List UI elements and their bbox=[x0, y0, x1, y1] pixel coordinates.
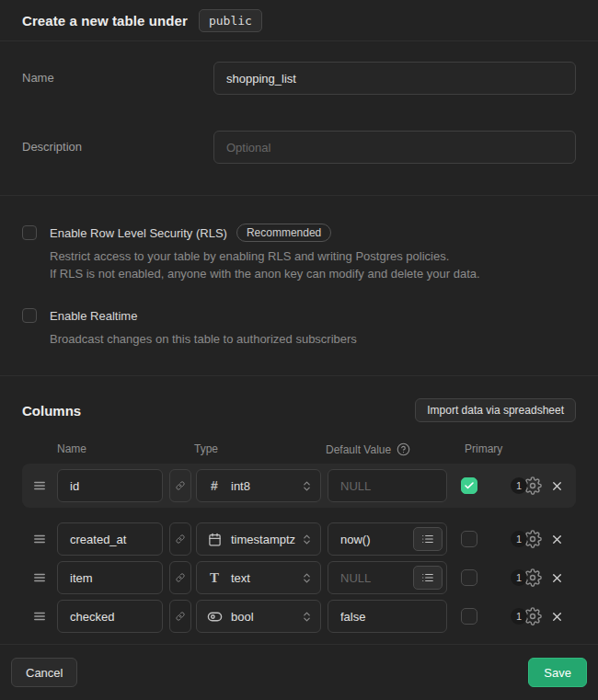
column-row-item: T text 1 bbox=[22, 561, 576, 594]
settings-count-badge: 1 bbox=[511, 608, 527, 625]
columns-rows: # int8 1 bbox=[22, 464, 576, 633]
column-name-input[interactable] bbox=[57, 522, 163, 556]
name-label: Name bbox=[22, 62, 213, 85]
default-value-suggestions-button[interactable] bbox=[413, 566, 443, 590]
header-type: Type bbox=[194, 442, 218, 455]
check-icon bbox=[464, 480, 475, 491]
realtime-texts: Enable Realtime Broadcast changes on thi… bbox=[50, 306, 357, 348]
help-circle-icon[interactable] bbox=[397, 442, 410, 456]
header-primary: Primary bbox=[465, 442, 502, 455]
foreign-key-link-icon[interactable] bbox=[169, 469, 191, 502]
header-name: Name bbox=[57, 442, 86, 455]
cancel-button[interactable]: Cancel bbox=[11, 658, 77, 687]
columns-table-headers: Name Type Default Value Primary bbox=[22, 442, 576, 455]
columns-title: Columns bbox=[22, 403, 81, 419]
primary-key-checkbox[interactable] bbox=[461, 569, 477, 586]
header-default-value: Default Value bbox=[326, 443, 391, 456]
chevrons-up-down-icon bbox=[301, 480, 313, 492]
name-field-wrap bbox=[213, 62, 576, 95]
realtime-description: Broadcast changes on this table to autho… bbox=[50, 330, 357, 348]
column-type-select[interactable]: bool bbox=[196, 600, 321, 633]
column-type-select[interactable]: T text bbox=[196, 561, 321, 594]
primary-key-checkbox[interactable] bbox=[461, 608, 477, 625]
chevrons-up-down-icon bbox=[301, 534, 313, 545]
rls-texts: Enable Row Level Security (RLS) Recommen… bbox=[50, 224, 480, 282]
column-row-checked: bool 1 bbox=[22, 600, 576, 633]
import-spreadsheet-button[interactable]: Import data via spreadsheet bbox=[415, 398, 576, 422]
drag-handle-icon[interactable] bbox=[33, 533, 46, 545]
realtime-block: Enable Realtime Broadcast changes on thi… bbox=[22, 306, 576, 348]
column-settings-button[interactable]: 1 bbox=[511, 568, 542, 587]
column-row-id: # int8 1 bbox=[22, 464, 576, 508]
close-icon bbox=[550, 479, 564, 493]
column-type-select[interactable]: timestamptz bbox=[196, 522, 321, 556]
close-icon bbox=[550, 571, 564, 585]
column-name-input[interactable] bbox=[57, 469, 163, 502]
hash-icon: # bbox=[206, 478, 223, 493]
calendar-icon bbox=[206, 533, 223, 546]
recommended-badge: Recommended bbox=[236, 224, 331, 242]
chevrons-up-down-icon bbox=[301, 611, 313, 623]
create-table-dialog: Create a new table under public Name Des… bbox=[0, 0, 598, 700]
foreign-key-link-icon[interactable] bbox=[169, 522, 191, 556]
column-default-input[interactable] bbox=[328, 469, 447, 502]
column-name-input[interactable] bbox=[57, 600, 163, 633]
foreign-key-link-icon[interactable] bbox=[169, 561, 191, 594]
column-settings-button[interactable]: 1 bbox=[511, 530, 542, 548]
settings-count-badge: 1 bbox=[511, 569, 527, 586]
foreign-key-link-icon[interactable] bbox=[169, 600, 191, 633]
dialog-title: Create a new table under bbox=[22, 13, 188, 29]
table-info-section: Name Description bbox=[0, 41, 598, 196]
default-value-suggestions-button[interactable] bbox=[413, 527, 443, 551]
settings-count-badge: 1 bbox=[511, 531, 527, 547]
description-field-row: Description bbox=[22, 131, 576, 164]
table-name-input[interactable] bbox=[213, 62, 576, 95]
drag-handle-icon[interactable] bbox=[33, 610, 46, 623]
primary-key-checkbox[interactable] bbox=[461, 531, 477, 547]
rls-block: Enable Row Level Security (RLS) Recommen… bbox=[22, 224, 576, 282]
drag-handle-icon[interactable] bbox=[33, 479, 46, 492]
realtime-title: Enable Realtime bbox=[50, 309, 137, 323]
save-button[interactable]: Save bbox=[528, 658, 587, 687]
columns-section: Columns Import data via spreadsheet Name… bbox=[0, 376, 598, 644]
toggle-icon bbox=[206, 609, 223, 625]
dialog-header: Create a new table under public bbox=[0, 0, 598, 41]
delete-column-button[interactable] bbox=[550, 610, 564, 624]
column-row-created-at: timestamptz 1 bbox=[22, 522, 576, 556]
table-options-section: Enable Row Level Security (RLS) Recommen… bbox=[0, 196, 598, 376]
column-type-select[interactable]: # int8 bbox=[196, 469, 321, 502]
list-icon bbox=[421, 571, 434, 584]
table-description-input[interactable] bbox=[213, 131, 576, 164]
schema-badge: public bbox=[199, 9, 262, 32]
settings-count-badge: 1 bbox=[511, 477, 527, 494]
realtime-checkbox[interactable] bbox=[22, 308, 37, 323]
column-name-input[interactable] bbox=[57, 561, 163, 594]
delete-column-button[interactable] bbox=[550, 479, 564, 493]
rls-title: Enable Row Level Security (RLS) bbox=[50, 226, 227, 240]
primary-key-checkbox[interactable] bbox=[461, 477, 477, 494]
list-icon bbox=[421, 533, 434, 545]
chevrons-up-down-icon bbox=[301, 572, 313, 584]
text-icon: T bbox=[206, 570, 223, 586]
close-icon bbox=[550, 533, 564, 546]
dialog-footer: Cancel Save bbox=[0, 644, 598, 700]
column-settings-button[interactable]: 1 bbox=[511, 476, 542, 495]
delete-column-button[interactable] bbox=[550, 571, 564, 585]
close-icon bbox=[550, 610, 564, 624]
description-label: Description bbox=[22, 131, 213, 154]
name-field-row: Name bbox=[22, 62, 576, 95]
rls-checkbox[interactable] bbox=[22, 225, 37, 240]
description-field-wrap bbox=[213, 131, 576, 164]
delete-column-button[interactable] bbox=[550, 533, 564, 546]
column-settings-button[interactable]: 1 bbox=[511, 607, 542, 625]
drag-handle-icon[interactable] bbox=[33, 571, 46, 584]
column-default-input[interactable] bbox=[328, 600, 447, 633]
rls-description: Restrict access to your table by enablin… bbox=[50, 247, 480, 282]
